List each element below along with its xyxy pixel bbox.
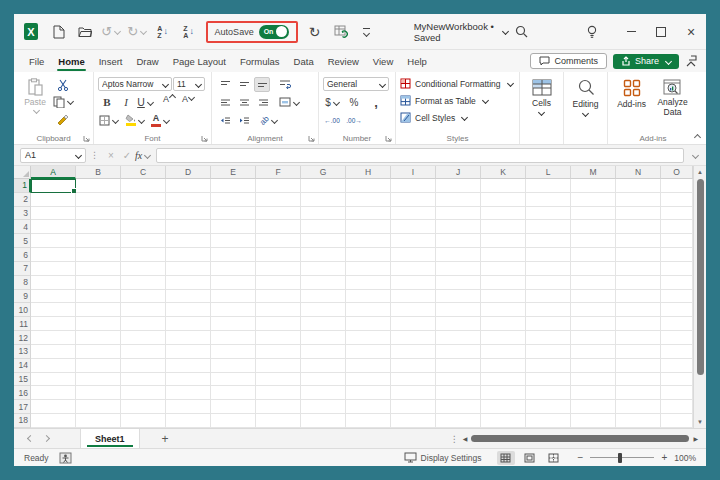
enter-entry-button[interactable]: ✓ [119, 150, 135, 161]
cell-K3[interactable] [481, 207, 526, 221]
cell-A8[interactable] [31, 276, 76, 290]
increase-font-button[interactable]: A [160, 95, 178, 110]
cell-D10[interactable] [166, 303, 211, 317]
cell-L11[interactable] [526, 317, 571, 331]
row-header-8[interactable]: 8 [14, 276, 31, 290]
cell-L2[interactable] [526, 193, 571, 207]
cell-L12[interactable] [526, 331, 571, 345]
next-sheet-button[interactable] [38, 436, 54, 441]
row-header-6[interactable]: 6 [14, 248, 31, 262]
cell-A3[interactable] [31, 207, 76, 221]
cell-L14[interactable] [526, 359, 571, 373]
cell-E5[interactable] [211, 234, 256, 248]
cell-A17[interactable] [31, 400, 76, 414]
cell-O13[interactable] [661, 345, 693, 359]
cell-K2[interactable] [481, 193, 526, 207]
cell-F2[interactable] [256, 193, 301, 207]
add-ins-button[interactable]: Add-ins [612, 75, 651, 131]
cell-I15[interactable] [391, 373, 436, 387]
cell-B13[interactable] [76, 345, 121, 359]
cell-L16[interactable] [526, 386, 571, 400]
cell-F1[interactable] [256, 179, 301, 193]
cell-G11[interactable] [301, 317, 346, 331]
conditional-formatting-button[interactable]: Conditional Formatting [400, 75, 515, 92]
excel-app-icon[interactable]: X [24, 23, 38, 40]
cell-K17[interactable] [481, 400, 526, 414]
row-header-15[interactable]: 15 [14, 373, 31, 387]
cell-D14[interactable] [166, 359, 211, 373]
cell-J7[interactable] [436, 262, 481, 276]
middle-align-button[interactable] [235, 77, 253, 92]
redo-button[interactable]: ↻ [125, 20, 149, 44]
cell-H16[interactable] [346, 386, 391, 400]
cell-C2[interactable] [121, 193, 166, 207]
cell-N10[interactable] [616, 303, 661, 317]
cell-F7[interactable] [256, 262, 301, 276]
cell-L17[interactable] [526, 400, 571, 414]
cell-G15[interactable] [301, 373, 346, 387]
merge-center-button[interactable] [278, 95, 300, 110]
cell-A15[interactable] [31, 373, 76, 387]
undo-button[interactable]: ↺ [99, 20, 123, 44]
cell-I5[interactable] [391, 234, 436, 248]
row-header-5[interactable]: 5 [14, 234, 31, 248]
cell-B1[interactable] [76, 179, 121, 193]
cell-I13[interactable] [391, 345, 436, 359]
cell-O15[interactable] [661, 373, 693, 387]
row-header-17[interactable]: 17 [14, 400, 31, 414]
column-header-B[interactable]: B [76, 166, 121, 179]
cell-K5[interactable] [481, 234, 526, 248]
cell-B10[interactable] [76, 303, 121, 317]
column-header-I[interactable]: I [391, 166, 436, 179]
new-file-button[interactable] [47, 20, 71, 44]
cell-O1[interactable] [661, 179, 693, 193]
cell-D8[interactable] [166, 276, 211, 290]
cell-D2[interactable] [166, 193, 211, 207]
cell-K14[interactable] [481, 359, 526, 373]
cell-M12[interactable] [571, 331, 616, 345]
number-dialog-launcher-icon[interactable] [385, 135, 392, 142]
cell-L6[interactable] [526, 248, 571, 262]
cell-B8[interactable] [76, 276, 121, 290]
normal-view-button[interactable] [497, 451, 515, 465]
cell-I2[interactable] [391, 193, 436, 207]
cell-M8[interactable] [571, 276, 616, 290]
cell-B9[interactable] [76, 290, 121, 304]
cell-B6[interactable] [76, 248, 121, 262]
cell-F10[interactable] [256, 303, 301, 317]
cell-D17[interactable] [166, 400, 211, 414]
cell-A11[interactable] [31, 317, 76, 331]
font-dialog-launcher-icon[interactable] [201, 135, 208, 142]
cell-H7[interactable] [346, 262, 391, 276]
scroll-right-arrow[interactable]: ▶ [693, 435, 698, 442]
zoom-out-button[interactable]: − [578, 452, 584, 463]
cell-A14[interactable] [31, 359, 76, 373]
expand-formula-bar-button[interactable] [692, 151, 699, 158]
cell-A9[interactable] [31, 290, 76, 304]
cell-N9[interactable] [616, 290, 661, 304]
cell-M14[interactable] [571, 359, 616, 373]
cell-G5[interactable] [301, 234, 346, 248]
namebox-splitter-handle[interactable]: ⋮ [90, 150, 99, 160]
cell-C1[interactable] [121, 179, 166, 193]
cell-M6[interactable] [571, 248, 616, 262]
cell-K11[interactable] [481, 317, 526, 331]
row-header-3[interactable]: 3 [14, 207, 31, 221]
cell-E14[interactable] [211, 359, 256, 373]
cell-J1[interactable] [436, 179, 481, 193]
cell-L7[interactable] [526, 262, 571, 276]
cell-E9[interactable] [211, 290, 256, 304]
refresh-button[interactable]: ↻ [303, 20, 327, 44]
cell-N2[interactable] [616, 193, 661, 207]
cell-B11[interactable] [76, 317, 121, 331]
selected-cell-A1[interactable] [31, 179, 76, 193]
paste-button[interactable]: Paste [18, 75, 52, 126]
row-header-13[interactable]: 13 [14, 345, 31, 359]
decrease-font-button[interactable]: A [179, 95, 197, 110]
column-header-F[interactable]: F [256, 166, 301, 179]
cell-O3[interactable] [661, 207, 693, 221]
cell-O8[interactable] [661, 276, 693, 290]
cell-A6[interactable] [31, 248, 76, 262]
cell-O16[interactable] [661, 386, 693, 400]
cell-G7[interactable] [301, 262, 346, 276]
